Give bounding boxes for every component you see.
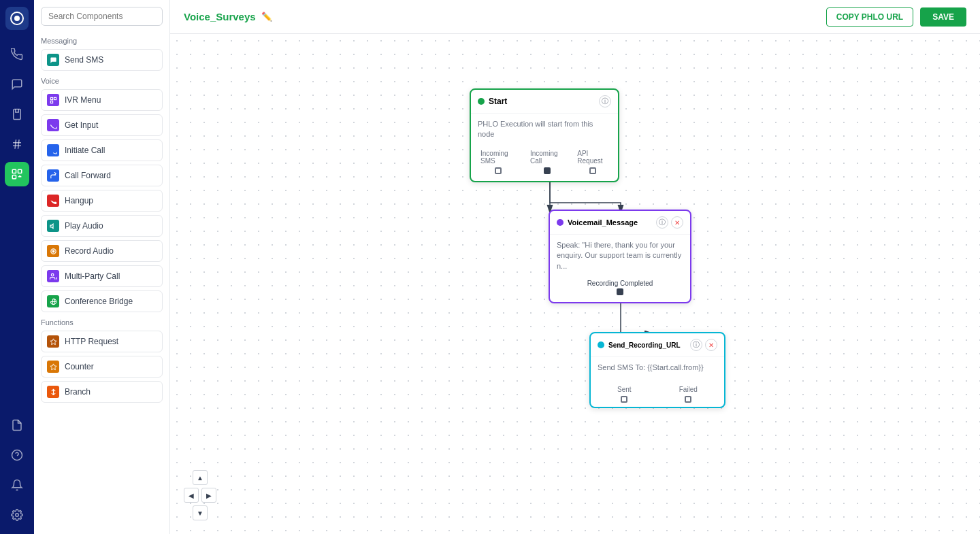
start-node[interactable]: Start ⓘ PHLO Execution will start from t…: [470, 88, 619, 182]
ivr-menu-label: IVR Menu: [65, 95, 101, 105]
nav-right-btn[interactable]: ▶: [201, 488, 216, 503]
start-node-header: Start ⓘ: [471, 90, 618, 114]
get-input-item[interactable]: Get Input: [41, 114, 163, 136]
incoming-call-dot[interactable]: [544, 167, 551, 174]
send-recording-dot: [598, 341, 604, 348]
http-request-item[interactable]: HTTP Request: [41, 331, 163, 352]
messaging-section-label: Messaging: [41, 37, 163, 45]
conference-bridge-item[interactable]: Conference Bridge: [41, 290, 163, 312]
failed-port: Failed: [679, 386, 698, 403]
multi-party-call-item[interactable]: Multi-Party Call: [41, 265, 163, 287]
send-recording-node[interactable]: Send_Recording_URL ⓘ ✕ Send SMS To: {{St…: [589, 332, 725, 408]
voicemail-info-btn[interactable]: ⓘ: [656, 216, 668, 229]
nav-phone[interactable]: [5, 42, 29, 67]
incoming-call-label: Incoming Call: [530, 150, 564, 165]
play-audio-icon: [47, 220, 59, 232]
http-request-label: HTTP Request: [65, 337, 118, 346]
send-sms-icon: [47, 54, 59, 66]
send-sms-item[interactable]: Send SMS: [41, 49, 163, 71]
nav-flow[interactable]: [5, 162, 29, 186]
nav-sim[interactable]: [5, 102, 29, 127]
nav-lr-row: ◀ ▶: [184, 488, 216, 503]
send-recording-title-label: Send_Recording_URL: [608, 341, 681, 349]
svg-rect-14: [54, 97, 56, 99]
record-audio-item[interactable]: Record Audio: [41, 240, 163, 262]
record-audio-label: Record Audio: [65, 246, 114, 256]
canvas-nav-controls: ▲ ◀ ▶ ▼: [184, 470, 216, 520]
page-title-area: Voice_Surveys ✏️: [184, 11, 272, 22]
nav-help[interactable]: [5, 443, 29, 467]
start-node-ports: Incoming SMS Incoming Call API Request: [471, 146, 618, 181]
sent-port: Sent: [617, 386, 632, 403]
nav-up-row: ▲: [193, 470, 208, 485]
initiate-call-label: Initiate Call: [65, 146, 105, 155]
svg-marker-16: [50, 224, 52, 228]
svg-point-1: [14, 16, 20, 21]
counter-icon: [47, 361, 59, 373]
edit-icon[interactable]: ✏️: [261, 12, 272, 22]
svg-point-19: [51, 273, 54, 276]
counter-item[interactable]: Counter: [41, 356, 163, 378]
voicemail-body-text: Speak: "Hi there, thank you for your enq…: [557, 241, 681, 270]
flow-canvas[interactable]: Start ⓘ PHLO Execution will start from t…: [170, 34, 980, 534]
nav-notifications[interactable]: [5, 473, 29, 497]
conference-bridge-label: Conference Bridge: [65, 297, 133, 306]
voicemail-footer-label: Recording Completed: [550, 277, 690, 288]
voicemail-node[interactable]: Voicemail_Message ⓘ ✕ Speak: "Hi there, …: [549, 210, 691, 303]
voicemail-node-title: Voicemail_Message: [557, 218, 638, 227]
nav-docs[interactable]: [5, 413, 29, 437]
call-forward-item[interactable]: Call Forward: [41, 165, 163, 186]
nav-up-btn[interactable]: ▲: [193, 470, 208, 485]
branch-item[interactable]: Branch: [41, 381, 163, 403]
voice-section-label: Voice: [41, 77, 163, 85]
conference-bridge-icon: [47, 295, 59, 307]
multi-party-call-label: Multi-Party Call: [65, 271, 120, 281]
nav-left-btn[interactable]: ◀: [184, 488, 199, 503]
start-dot: [478, 98, 485, 105]
branch-icon: [47, 386, 59, 398]
counter-label: Counter: [65, 362, 94, 371]
nav-hash[interactable]: [5, 132, 29, 156]
ivr-menu-icon: [47, 94, 59, 106]
incoming-sms-label: Incoming SMS: [480, 150, 517, 165]
search-input[interactable]: [41, 7, 163, 26]
svg-rect-13: [50, 97, 52, 99]
component-sidebar: Messaging Send SMS Voice IVR Menu Get In…: [34, 0, 170, 534]
send-recording-title: Send_Recording_URL: [598, 341, 681, 349]
play-audio-item[interactable]: Play Audio: [41, 215, 163, 237]
send-recording-header: Send_Recording_URL ⓘ ✕: [591, 333, 724, 357]
save-button[interactable]: SAVE: [920, 7, 966, 27]
hangup-item[interactable]: Hangup: [41, 190, 163, 212]
nav-settings[interactable]: [5, 503, 29, 527]
copy-phlo-url-button[interactable]: COPY PHLO URL: [826, 7, 913, 27]
nav-down-btn[interactable]: ▼: [193, 505, 208, 520]
svg-rect-2: [14, 110, 21, 120]
voicemail-node-body: Speak: "Hi there, thank you for your enq…: [550, 235, 690, 277]
start-info-btn[interactable]: ⓘ: [599, 95, 611, 107]
api-request-label: API Request: [577, 150, 608, 165]
incoming-sms-dot[interactable]: [495, 167, 502, 174]
nav-down-row: ▼: [193, 505, 208, 520]
api-request-port: API Request: [577, 150, 608, 174]
send-recording-info-btn[interactable]: ⓘ: [690, 339, 702, 351]
svg-rect-15: [50, 101, 52, 103]
ivr-menu-item[interactable]: IVR Menu: [41, 89, 163, 111]
nav-message[interactable]: [5, 72, 29, 97]
failed-dot[interactable]: [685, 396, 691, 403]
api-request-dot[interactable]: [589, 167, 596, 174]
get-input-icon: [47, 119, 59, 131]
voicemail-recording-dot[interactable]: [617, 288, 623, 295]
main-content: Voice_Surveys ✏️ COPY PHLO URL SAVE: [170, 0, 980, 534]
app-logo[interactable]: [5, 7, 29, 30]
svg-rect-7: [12, 169, 16, 173]
initiate-call-item[interactable]: Initiate Call: [41, 139, 163, 161]
start-title-label: Start: [489, 97, 507, 106]
functions-section-label: Functions: [41, 318, 163, 327]
svg-line-6: [18, 139, 20, 149]
send-recording-actions: ⓘ ✕: [690, 339, 717, 351]
call-forward-icon: [47, 169, 59, 182]
send-recording-close-btn[interactable]: ✕: [705, 339, 717, 351]
initiate-call-icon: [47, 144, 59, 156]
sent-dot[interactable]: [621, 396, 627, 403]
voicemail-close-btn[interactable]: ✕: [671, 216, 683, 229]
